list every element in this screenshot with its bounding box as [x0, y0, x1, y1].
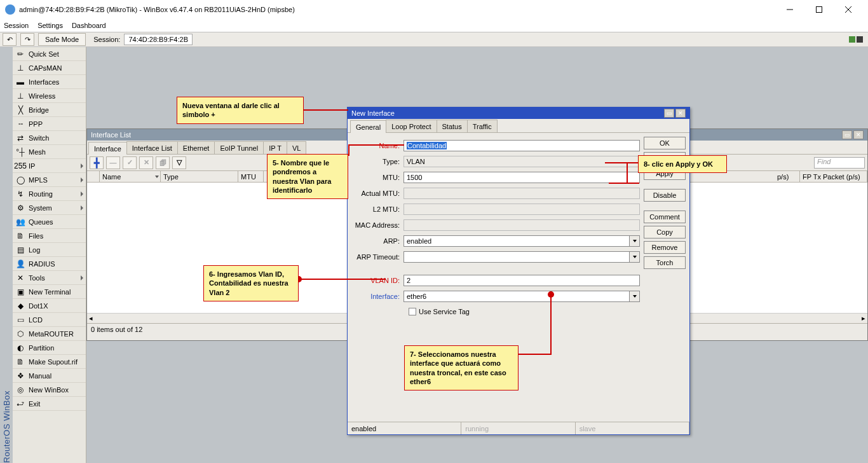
menu-session[interactable]: Session	[4, 22, 29, 29]
tab-eoip-tunnel[interactable]: EoIP Tunnel	[214, 141, 264, 154]
sidebar-item-tools[interactable]: ✕Tools	[13, 271, 86, 285]
column-header[interactable]: FP Tx Packet (p/s)	[800, 171, 867, 182]
arp-select[interactable]: enabled	[403, 235, 630, 247]
tab-interface[interactable]: Interface	[88, 142, 127, 155]
dialog-close-icon[interactable]: ✕	[675, 109, 686, 118]
remove-button[interactable]: Remove	[644, 241, 686, 254]
sidebar-item-label: Log	[29, 246, 40, 254]
sidebar: ✏Quick Set⊥CAPsMAN▬Interfaces⊥Wireless╳B…	[13, 47, 86, 463]
column-header[interactable]: Type	[161, 171, 238, 182]
remove-button[interactable]: —	[106, 156, 120, 169]
sidebar-item-metarouter[interactable]: ⬡MetaROUTER	[13, 327, 86, 341]
window-restore-icon[interactable]: ▭	[842, 130, 852, 139]
vlan-id-input[interactable]: 2	[403, 275, 640, 286]
sidebar-icon: ❖	[15, 371, 25, 381]
enable-button[interactable]: ✓	[123, 156, 137, 169]
window-title: admin@74:4D:28:B9:F4:2B (MikroTik) - Win…	[19, 6, 775, 13]
chevron-right-icon	[81, 275, 83, 280]
sidebar-item-exit[interactable]: ⮐Exit	[13, 397, 86, 411]
sidebar-item-routing[interactable]: ↯Routing	[13, 187, 86, 201]
tab-ethernet[interactable]: Ethernet	[177, 141, 215, 154]
comment-button[interactable]: Comment	[644, 211, 686, 223]
use-service-tag-label: Use Service Tag	[419, 308, 470, 315]
disable-button[interactable]: ✕	[139, 156, 153, 169]
undo-button[interactable]: ↶	[3, 33, 17, 46]
dialog-tab-traffic[interactable]: Traffic	[467, 120, 498, 132]
mtu-input[interactable]: 1500	[403, 172, 640, 183]
sidebar-item-mpls[interactable]: ◯MPLS	[13, 173, 86, 187]
dialog-restore-icon[interactable]: ▭	[664, 109, 674, 118]
maximize-button[interactable]	[804, 0, 834, 19]
session-label: Session:	[93, 36, 120, 43]
sidebar-item-system[interactable]: ⚙System	[13, 201, 86, 215]
sidebar-item-queues[interactable]: 👥Queues	[13, 215, 86, 229]
arp-timeout-input[interactable]	[403, 251, 630, 263]
sidebar-item-partition[interactable]: ◐Partition	[13, 341, 86, 355]
dialog-titlebar[interactable]: New Interface ▭ ✕	[348, 107, 689, 119]
toolbar: ↶ ↷ Safe Mode Session: 74:4D:28:B9:F4:2B	[0, 32, 868, 47]
sidebar-icon: ✕	[15, 273, 25, 283]
sidebar-item-lcd[interactable]: ▭LCD	[13, 313, 86, 327]
sidebar-icon: ◆	[15, 301, 25, 311]
arp-label: ARP:	[351, 237, 403, 245]
sidebar-item-mesh[interactable]: °┼Mesh	[13, 145, 86, 159]
sidebar-item-files[interactable]: 🗎Files	[13, 229, 86, 243]
arp-dropdown-icon[interactable]	[630, 235, 640, 247]
torch-button[interactable]: Torch	[644, 256, 686, 269]
sidebar-item-bridge[interactable]: ╳Bridge	[13, 103, 86, 117]
sidebar-item-manual[interactable]: ❖Manual	[13, 369, 86, 383]
sidebar-icon: 👤	[15, 259, 25, 269]
comment-button[interactable]: 🗐	[156, 156, 170, 169]
add-button[interactable]: ╋	[90, 156, 104, 169]
tab-vl[interactable]: VL	[287, 141, 306, 154]
sidebar-item-capsman[interactable]: ⊥CAPsMAN	[13, 61, 86, 75]
close-button[interactable]	[834, 0, 863, 19]
sidebar-item-ip[interactable]: 255IP	[13, 159, 86, 173]
chevron-right-icon	[81, 205, 83, 211]
minimize-button[interactable]	[775, 0, 804, 19]
arp-timeout-label: ARP Timeout:	[351, 253, 403, 261]
window-close-icon[interactable]: ✕	[853, 130, 864, 139]
tab-ip-t[interactable]: IP T	[263, 141, 287, 154]
sidebar-item-ppp[interactable]: ╌PPP	[13, 117, 86, 131]
sidebar-item-interfaces[interactable]: ▬Interfaces	[13, 75, 86, 89]
use-service-tag-checkbox[interactable]	[409, 308, 416, 315]
dialog-tab-status[interactable]: Status	[437, 120, 468, 132]
ok-button[interactable]: OK	[644, 137, 686, 149]
type-label: Type:	[351, 158, 403, 165]
sidebar-item-new-terminal[interactable]: ▣New Terminal	[13, 285, 86, 299]
find-input[interactable]: Find	[814, 157, 865, 169]
interface-select[interactable]: ether6	[403, 291, 630, 302]
sidebar-item-wireless[interactable]: ⊥Wireless	[13, 89, 86, 103]
sidebar-item-label: Routing	[29, 190, 53, 198]
sidebar-item-radius[interactable]: 👤RADIUS	[13, 257, 86, 271]
dialog-tab-general[interactable]: General	[350, 120, 386, 133]
copy-button[interactable]: Copy	[644, 226, 686, 238]
sidebar-item-switch[interactable]: ⇄Switch	[13, 131, 86, 145]
session-value: 74:4D:28:B9:F4:2B	[124, 34, 193, 45]
column-header[interactable]	[87, 171, 100, 182]
sidebar-item-make-supout.rif[interactable]: 🗎Make Supout.rif	[13, 355, 86, 369]
column-header[interactable]: Name	[100, 171, 161, 182]
name-input[interactable]: Contabilidad	[403, 140, 640, 151]
dialog-tab-loop-protect[interactable]: Loop Protect	[386, 120, 437, 132]
sidebar-icon: ╌	[15, 119, 25, 129]
tab-interface-list[interactable]: Interface List	[126, 141, 178, 154]
column-header[interactable]: MTU	[238, 171, 264, 182]
filter-button[interactable]: ▽	[172, 156, 186, 169]
redo-button[interactable]: ↷	[20, 33, 34, 46]
safe-mode-button[interactable]: Safe Mode	[38, 33, 86, 46]
column-header[interactable]: p/s)	[775, 171, 800, 182]
sidebar-item-dot1x[interactable]: ◆Dot1X	[13, 299, 86, 313]
sidebar-item-label: MPLS	[29, 176, 48, 184]
interface-dropdown-icon[interactable]	[630, 291, 640, 302]
arp-timeout-dropdown-icon[interactable]	[630, 251, 640, 263]
disable-button[interactable]: Disable	[644, 189, 686, 202]
menu-dashboard[interactable]: Dashboard	[72, 22, 106, 29]
sidebar-item-new-winbox[interactable]: ◎New WinBox	[13, 383, 86, 397]
sidebar-item-log[interactable]: ▤Log	[13, 243, 86, 257]
sidebar-item-label: Switch	[29, 134, 49, 142]
sidebar-item-quick-set[interactable]: ✏Quick Set	[13, 47, 86, 61]
menu-settings[interactable]: Settings	[37, 22, 63, 29]
svg-rect-1	[817, 7, 822, 13]
